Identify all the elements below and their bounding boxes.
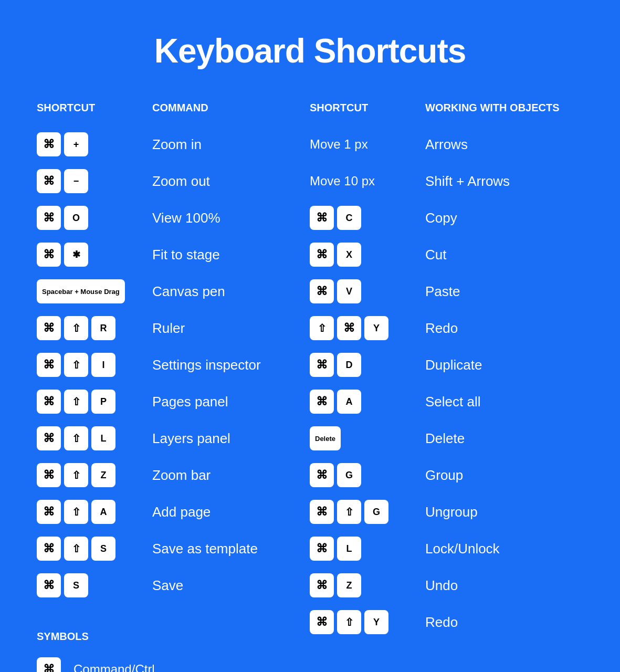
- table-row: ⌘SSave: [37, 572, 310, 599]
- shift-key: ⇧: [337, 500, 361, 524]
- letter-key: Y: [364, 610, 388, 634]
- command-text: Select all: [425, 394, 481, 410]
- shortcut-keys: ⌘⇧Z: [37, 463, 152, 487]
- shortcut-keys: ⌘⇧L: [37, 426, 152, 450]
- table-row: DeleteDelete: [310, 425, 583, 452]
- symbols-title: SYMBOLS: [37, 631, 310, 643]
- shortcut-keys: ⌘+: [37, 132, 152, 156]
- command-text: Arrows: [425, 136, 468, 153]
- shift-key: ⇧: [64, 316, 88, 340]
- table-row: ⌘+Zoom in: [37, 131, 310, 158]
- wide-key: Spacebar + Mouse Drag: [37, 279, 125, 303]
- shift-key: ⇧: [64, 390, 88, 414]
- left-rows: ⌘+Zoom in⌘−Zoom out⌘OView 100%⌘✱Fit to s…: [37, 131, 310, 599]
- letter-key: G: [337, 463, 361, 487]
- command-text: Redo: [425, 614, 458, 631]
- command-text: Group: [425, 467, 463, 484]
- shift-key: ⇧: [64, 500, 88, 524]
- page-title: Keyboard Shortcuts: [37, 32, 583, 70]
- shortcut-keys: ⌘X: [310, 243, 425, 267]
- command-text: Undo: [425, 578, 458, 594]
- table-row: ⌘−Zoom out: [37, 167, 310, 195]
- table-row: ⌘ZUndo: [310, 572, 583, 599]
- letter-key: Z: [91, 463, 115, 487]
- table-row: ⌘✱Fit to stage: [37, 241, 310, 268]
- command-text: Ruler: [152, 320, 185, 337]
- shortcut-keys: ⌘C: [310, 206, 425, 230]
- cmd-key: ⌘: [37, 463, 61, 487]
- cmd-symbol-key: ⌘: [37, 657, 61, 672]
- cmd-key: ⌘: [310, 610, 334, 634]
- cmd-key: ⌘: [310, 537, 334, 561]
- right-panel: SHORTCUT WORKING WITH OBJECTS Move 1 pxA…: [310, 102, 583, 672]
- symbol-row: ⌘Command/Ctrl: [37, 657, 310, 672]
- table-row: Move 1 pxArrows: [310, 131, 583, 158]
- command-text: Lock/Unlock: [425, 541, 500, 557]
- letter-key: ✱: [64, 243, 88, 267]
- shortcut-keys: Move 1 px: [310, 137, 425, 152]
- shortcut-keys: ⌘⇧Y: [310, 610, 425, 634]
- cmd-key: ⌘: [37, 537, 61, 561]
- shortcut-keys: ⌘−: [37, 169, 152, 193]
- letter-key: C: [337, 206, 361, 230]
- letter-key: R: [91, 316, 115, 340]
- left-col-header: SHORTCUT COMMAND: [37, 102, 310, 114]
- cmd-key: ⌘: [37, 132, 61, 156]
- left-command-header: COMMAND: [152, 102, 208, 114]
- letter-key: L: [91, 426, 115, 450]
- table-row: ⌘⇧YRedo: [310, 608, 583, 636]
- shortcut-keys: ⌘⇧I: [37, 353, 152, 377]
- table-row: ⌘⇧ZZoom bar: [37, 461, 310, 489]
- cmd-key: ⌘: [37, 316, 61, 340]
- letter-key: −: [64, 169, 88, 193]
- table-row: ⌘⇧ISettings inspector: [37, 351, 310, 379]
- shortcut-keys: ⌘⇧G: [310, 500, 425, 524]
- table-row: ⌘⇧SSave as template: [37, 535, 310, 562]
- command-text: Shift + Arrows: [425, 173, 510, 190]
- symbols-section: SYMBOLS ⌘Command/Ctrl⇧Shift: [37, 631, 310, 672]
- command-text: Zoom out: [152, 173, 210, 190]
- shortcut-keys: Delete: [310, 426, 425, 450]
- right-rows: Move 1 pxArrowsMove 10 pxShift + Arrows⌘…: [310, 131, 583, 636]
- letter-key: X: [337, 243, 361, 267]
- shortcut-keys: ⌘O: [37, 206, 152, 230]
- table-row: ⌘⇧AAdd page: [37, 498, 310, 526]
- table-row: Spacebar + Mouse DragCanvas pen: [37, 278, 310, 305]
- table-row: ⌘GGroup: [310, 461, 583, 489]
- command-text: Ungroup: [425, 504, 478, 520]
- shortcut-keys: ⇧⌘Y: [310, 316, 425, 340]
- command-text: Zoom in: [152, 136, 202, 153]
- letter-key: L: [337, 537, 361, 561]
- command-text: Pages panel: [152, 394, 228, 410]
- cmd-key: ⌘: [37, 390, 61, 414]
- command-text: Layers panel: [152, 430, 230, 447]
- delete-key: Delete: [310, 426, 341, 450]
- shift-key: ⇧: [310, 316, 334, 340]
- shortcut-keys: ⌘V: [310, 279, 425, 303]
- letter-key: S: [64, 573, 88, 597]
- letter-key: P: [91, 390, 115, 414]
- letter-key: G: [364, 500, 388, 524]
- shortcut-keys: ⌘Z: [310, 573, 425, 597]
- cmd-key: ⌘: [37, 353, 61, 377]
- shortcut-text: Move 10 px: [310, 174, 425, 188]
- table-row: Move 10 pxShift + Arrows: [310, 167, 583, 195]
- right-command-header: WORKING WITH OBJECTS: [425, 102, 560, 114]
- cmd-key: ⌘: [337, 316, 361, 340]
- cmd-key: ⌘: [310, 206, 334, 230]
- symbols-rows: ⌘Command/Ctrl⇧Shift: [37, 657, 310, 672]
- table-row: ⌘LLock/Unlock: [310, 535, 583, 562]
- command-text: Paste: [425, 284, 460, 300]
- table-row: ⌘⇧PPages panel: [37, 388, 310, 415]
- cmd-key: ⌘: [310, 463, 334, 487]
- cmd-key: ⌘: [37, 243, 61, 267]
- command-text: Cut: [425, 247, 446, 263]
- shortcut-keys: Move 10 px: [310, 174, 425, 188]
- command-text: Fit to stage: [152, 247, 220, 263]
- letter-key: A: [337, 390, 361, 414]
- cmd-key: ⌘: [310, 243, 334, 267]
- shortcut-keys: ⌘⇧S: [37, 537, 152, 561]
- command-text: Save as template: [152, 541, 258, 557]
- table-row: ⌘⇧RRuler: [37, 314, 310, 342]
- cmd-key: ⌘: [37, 426, 61, 450]
